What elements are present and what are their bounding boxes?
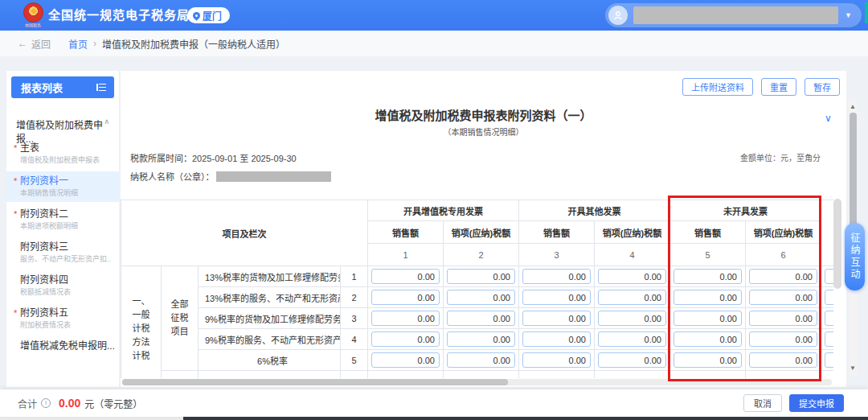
table-row-clipped — [121, 371, 834, 379]
amount-input-r4c5[interactable] — [674, 331, 742, 347]
scroll-up-icon[interactable]: ▲ — [850, 103, 856, 110]
subheader-output-tax: 销项(应纳)税额 — [595, 221, 670, 244]
amount-input-r2c5[interactable] — [674, 290, 742, 305]
amount-input-r1c7[interactable] — [825, 269, 833, 284]
amount-input-r1c3[interactable] — [522, 269, 591, 284]
column-number: 6 — [746, 244, 821, 266]
amount-input-r4c7[interactable] — [825, 331, 833, 347]
submit-declaration-button[interactable]: 提交申报 — [789, 394, 844, 412]
amount-input-r4c4[interactable] — [598, 331, 666, 347]
amount-input-r5c6[interactable] — [749, 352, 817, 368]
col-group-no-invoice: 未开具发票 — [670, 200, 821, 221]
amount-input-r5c5[interactable] — [674, 352, 742, 368]
column-number: 3 — [519, 244, 595, 266]
column-number: 1 — [368, 244, 444, 266]
breadcrumb: ← 返回 首页 › 增值税及附加税费申报（一般纳税人适用） — [0, 31, 868, 56]
upload-attachments-button[interactable]: 上传附送资料 — [682, 78, 753, 96]
collapse-panel-icon[interactable] — [96, 84, 106, 92]
amount-input-r5c2[interactable] — [447, 352, 515, 368]
amount-input-r1c4[interactable] — [598, 269, 666, 284]
amount-input-r4c2[interactable] — [447, 331, 515, 347]
cancel-button[interactable]: 取消 — [743, 394, 782, 412]
form-title: 增值税及附加税费申报表附列资料（一） — [121, 106, 846, 123]
row-number: 1 — [341, 266, 368, 287]
taxpayer-name-row: 纳税人名称（公章）： — [130, 170, 331, 183]
breadcrumb-home-link[interactable]: 首页 — [68, 37, 88, 51]
subsection-label: 全部征税项目 — [162, 266, 199, 371]
total-amount: 0.00 — [59, 397, 80, 410]
amount-input-r3c2[interactable] — [447, 311, 515, 326]
amount-input-r5c3[interactable] — [522, 352, 591, 368]
sidebar-item-appendix-3[interactable]: 附列资料三 服务、不动产和无形资产扣.. — [6, 237, 119, 268]
window-bottom-edge — [0, 417, 868, 420]
user-avatar-icon — [608, 6, 628, 25]
amount-input-r5c1[interactable] — [371, 352, 440, 368]
back-label: 返回 — [31, 37, 51, 51]
chevron-down-icon[interactable]: ▼ — [845, 11, 852, 19]
sidebar-item-appendix-5[interactable]: * 附列资料五 附加税费情况表 — [6, 303, 119, 334]
amount-input-r3c1[interactable] — [371, 311, 440, 326]
amount-input-r4c6[interactable] — [749, 331, 817, 347]
user-account-menu[interactable]: ▼ — [605, 3, 862, 27]
row-label: 13%税率的服务、不动产和无形资产 — [199, 287, 341, 308]
amount-input-r5c4[interactable] — [598, 352, 666, 368]
scroll-down-icon[interactable]: ▼ — [850, 364, 856, 372]
location-selector[interactable]: 厦门 — [187, 7, 230, 23]
amount-unit-note: 金额单位：元，至角分 — [740, 151, 821, 163]
item-label: 附列资料五 — [20, 307, 114, 319]
national-emblem-icon — [23, 2, 43, 23]
item-label: 附列资料四 — [20, 274, 114, 286]
amount-input-r2c6[interactable] — [749, 290, 817, 305]
footer-summary-bar: 合计 i 0.00 元（零元整） 取消 提交申报 — [0, 389, 868, 417]
amount-input-r2c2[interactable] — [447, 290, 515, 305]
amount-input-r1c6[interactable] — [749, 269, 817, 284]
sidebar-item-appendix-2[interactable]: * 附列资料二 本期进项税额明细 — [6, 204, 119, 235]
save-draft-button[interactable]: 暂存 — [805, 78, 840, 96]
table-horizontal-scrollbar[interactable] — [122, 379, 832, 385]
collapse-form-chevron-icon[interactable]: ∨ — [825, 113, 832, 124]
row-label: 6%税率 — [199, 350, 341, 371]
interaction-float-tab[interactable]: 征纳互动 — [845, 223, 865, 290]
amount-input-r1c5[interactable] — [674, 269, 742, 284]
sidebar-item-vat-reduction[interactable]: 增值税减免税申报明... — [6, 336, 119, 356]
report-list-sidebar: 报表列表 增值税及附加税费申报... ∧ * 主表 增值税及附加税费申报表 * … — [6, 71, 119, 387]
info-icon[interactable]: i — [41, 398, 51, 408]
amount-input-r4c3[interactable] — [522, 331, 591, 347]
horizontal-scroll-thumb[interactable] — [122, 379, 508, 385]
table-row: 9%税率的服务、不动产和无形资产 4 — [121, 329, 834, 350]
portal-title: 全国统一规范电子税务局 — [48, 0, 190, 31]
item-subtitle: 本期进项税额明细 — [20, 221, 114, 231]
sidebar-item-appendix-1[interactable]: * 附列资料一 本期销售情况明细 — [6, 171, 119, 202]
taxpayer-label: 纳税人名称（公章）： — [130, 170, 215, 183]
back-button[interactable]: ← 返回 — [18, 37, 51, 51]
form-subtitle: （本期销售情况明细） — [121, 126, 846, 138]
amount-input-r1c2[interactable] — [447, 269, 515, 284]
app-window: 中国税务 全国统一规范电子税务局 厦门 ▼ ← 返回 首页 › 增值税及附加税费… — [0, 0, 868, 420]
required-star-icon: * — [14, 308, 17, 318]
col-group-special-invoice: 开具增值税专用发票 — [368, 200, 519, 221]
amount-input-r3c5[interactable] — [674, 311, 742, 326]
amount-input-r3c3[interactable] — [522, 311, 591, 326]
row-number: 5 — [341, 350, 368, 371]
subheader-sales: 销售额 — [670, 221, 746, 244]
sales-detail-table: 项目及栏次 开具增值税专用发票 开具其他发票 未开具发票 销售额 销项(应纳)税… — [121, 200, 833, 378]
amount-input-r3c6[interactable] — [749, 311, 817, 326]
sidebar-item-appendix-4[interactable]: 附列资料四 税额抵减情况表 — [6, 270, 119, 301]
sidebar-item-main-form[interactable]: * 主表 增值税及附加税费申报表 — [6, 138, 119, 169]
amount-input-r4c1[interactable] — [371, 331, 440, 347]
section-label: 一、一般计税方法计税 — [121, 266, 162, 379]
form-main-panel: 上传附送资料 重置 暂存 增值税及附加税费申报表附列资料（一） （本期销售情况明… — [121, 71, 846, 387]
amount-input-r3c4[interactable] — [598, 311, 666, 326]
amount-input-r1c1[interactable] — [371, 269, 440, 284]
item-subtitle: 附加税费情况表 — [20, 320, 114, 330]
amount-input-r3c7[interactable] — [825, 311, 833, 326]
amount-input-r2c1[interactable] — [371, 290, 440, 305]
table-vertical-scrollbar[interactable] — [833, 199, 841, 289]
amount-input-r2c3[interactable] — [522, 290, 591, 305]
col-group-other-invoice: 开具其他发票 — [519, 200, 670, 221]
amount-input-r5c7[interactable] — [825, 352, 833, 368]
reset-button[interactable]: 重置 — [761, 78, 796, 96]
top-header-bar: 中国税务 全国统一规范电子税务局 厦门 ▼ — [0, 0, 868, 31]
amount-input-r2c4[interactable] — [598, 290, 666, 305]
amount-input-r2c7[interactable] — [825, 290, 833, 305]
